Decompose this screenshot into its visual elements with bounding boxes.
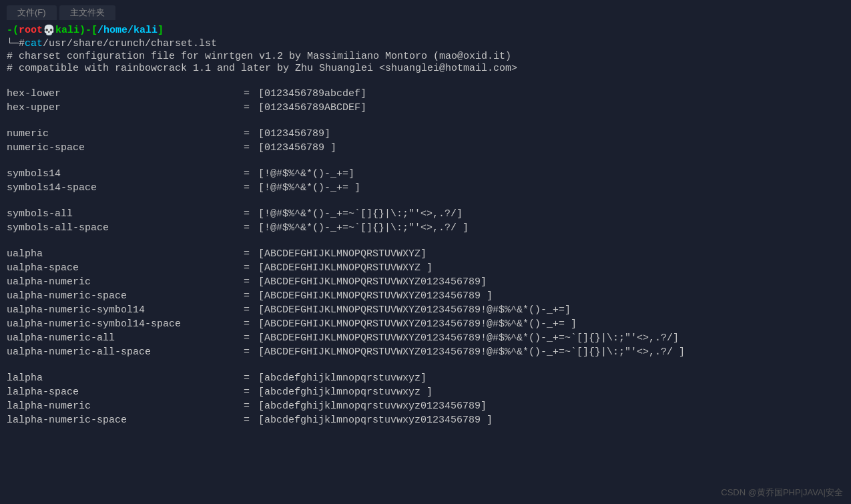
- prompt-line: -(root💀 kali)-[/home/kali]: [7, 24, 844, 37]
- blank-5: [7, 235, 844, 247]
- eq-symbols-all-space: =: [244, 221, 256, 235]
- user-label: root: [19, 25, 43, 36]
- eq-lalpha: =: [244, 371, 256, 385]
- eq-ualpha-numeric-symbol14: =: [244, 303, 256, 317]
- eq-symbols-all: =: [244, 207, 256, 221]
- tab-1[interactable]: 文件(F): [7, 5, 57, 20]
- key-ualpha-numeric-symbol14: ualpha-numeric-symbol14: [7, 303, 244, 317]
- val-symbols-all-space: [!@#$%^&*()-_+=~`[]{}|\:;"'<>,.?/ ]: [258, 221, 469, 235]
- blank-2: [7, 115, 844, 127]
- entry-symbols-all-space: symbols-all-space = [!@#$%^&*()-_+=~`[]{…: [7, 221, 844, 235]
- blank-1: [7, 75, 844, 87]
- key-symbols14: symbols14: [7, 167, 244, 181]
- val-ualpha-numeric-all: [ABCDEFGHIJKLMNOPQRSTUVWXYZ0123456789!@#…: [258, 331, 679, 345]
- key-lalpha-space: lalpha-space: [7, 385, 244, 399]
- terminal: 文件(F) 主文件夹 -(root💀 kali)-[/home/kali] └─…: [0, 0, 851, 504]
- watermark: CSDN @黄乔国PHP|JAVA|安全: [721, 487, 843, 499]
- key-ualpha-numeric-space: ualpha-numeric-space: [7, 289, 244, 303]
- key-ualpha-numeric-symbol14-space: ualpha-numeric-symbol14-space: [7, 317, 244, 331]
- key-symbols-all: symbols-all: [7, 207, 244, 221]
- val-ualpha-space: [ABCDEFGHIJKLMNOPQRSTUVWXYZ ]: [258, 261, 433, 275]
- entry-ualpha-numeric-all: ualpha-numeric-all = [ABCDEFGHIJKLMNOPQR…: [7, 331, 844, 345]
- host-label: kali: [55, 25, 79, 36]
- val-lalpha: [abcdefghijklmnopqrstuvwxyz]: [258, 371, 427, 385]
- entry-ualpha-numeric-symbol14-space: ualpha-numeric-symbol14-space = [ABCDEFG…: [7, 317, 844, 331]
- key-ualpha-numeric-all-space: ualpha-numeric-all-space: [7, 345, 244, 359]
- key-symbols14-space: symbols14-space: [7, 181, 244, 195]
- entry-symbols-all: symbols-all = [!@#$%^&*()-_+=~`[]{}|\:;"…: [7, 207, 844, 221]
- entry-lalpha-space: lalpha-space = [abcdefghijklmnopqrstuvwx…: [7, 385, 844, 399]
- entry-numeric: numeric = [0123456789]: [7, 127, 844, 141]
- val-ualpha-numeric: [ABCDEFGHIJKLMNOPQRSTUVWXYZ0123456789]: [258, 275, 487, 289]
- val-symbols-all: [!@#$%^&*()-_+=~`[]{}|\:;"'<>,.?/]: [258, 207, 463, 221]
- blank-4: [7, 195, 844, 207]
- entry-numeric-space: numeric-space = [0123456789 ]: [7, 141, 844, 155]
- entry-symbols14: symbols14 = [!@#$%^&*()-_+=]: [7, 167, 844, 181]
- val-ualpha: [ABCDEFGHIJKLMNOPQRSTUVWXYZ]: [258, 247, 427, 261]
- blank-3: [7, 155, 844, 167]
- key-lalpha-numeric-space: lalpha-numeric-space: [7, 413, 244, 427]
- skull-icon: 💀: [43, 24, 55, 37]
- tab-2[interactable]: 主文件夹: [59, 5, 115, 20]
- hash-symbol: └─#: [7, 38, 25, 49]
- entry-lalpha-numeric-space: lalpha-numeric-space = [abcdefghijklmnop…: [7, 413, 844, 427]
- val-numeric: [0123456789]: [258, 127, 330, 141]
- entry-symbols14-space: symbols14-space = [!@#$%^&*()-_+= ]: [7, 181, 844, 195]
- entry-lalpha: lalpha = [abcdefghijklmnopqrstuvwxyz]: [7, 371, 844, 385]
- blank-6: [7, 359, 844, 371]
- val-lalpha-numeric: [abcdefghijklmnopqrstuvwxyz0123456789]: [258, 399, 487, 413]
- val-hex-lower: [0123456789abcdef]: [258, 87, 366, 101]
- key-hex-lower: hex-lower: [7, 87, 244, 101]
- key-lalpha-numeric: lalpha-numeric: [7, 399, 244, 413]
- eq-ualpha: =: [244, 247, 256, 261]
- command-line: └─# cat /usr/share/crunch/charset.lst: [7, 38, 844, 49]
- eq-ualpha-numeric-all-space: =: [244, 345, 256, 359]
- eq-symbols14-space: =: [244, 181, 256, 195]
- eq-ualpha-numeric-space: =: [244, 289, 256, 303]
- key-numeric-space: numeric-space: [7, 141, 244, 155]
- tab-bar: 文件(F) 主文件夹: [7, 5, 844, 20]
- eq-hex-upper: =: [244, 101, 256, 115]
- val-lalpha-space: [abcdefghijklmnopqrstuvwxyz ]: [258, 385, 433, 399]
- eq-ualpha-numeric-symbol14-space: =: [244, 317, 256, 331]
- val-numeric-space: [0123456789 ]: [258, 141, 336, 155]
- eq-ualpha-numeric-all: =: [244, 331, 256, 345]
- eq-numeric-space: =: [244, 141, 256, 155]
- val-symbols14-space: [!@#$%^&*()-_+= ]: [258, 181, 360, 195]
- val-hex-upper: [0123456789ABCDEF]: [258, 101, 366, 115]
- val-ualpha-numeric-all-space: [ABCDEFGHIJKLMNOPQRSTUVWXYZ0123456789!@#…: [258, 345, 685, 359]
- key-symbols-all-space: symbols-all-space: [7, 221, 244, 235]
- val-ualpha-numeric-symbol14: [ABCDEFGHIJKLMNOPQRSTUVWXYZ0123456789!@#…: [258, 303, 571, 317]
- path-label: /home/kali: [97, 25, 158, 36]
- eq-lalpha-space: =: [244, 385, 256, 399]
- entry-ualpha-numeric: ualpha-numeric = [ABCDEFGHIJKLMNOPQRSTUV…: [7, 275, 844, 289]
- key-ualpha-numeric: ualpha-numeric: [7, 275, 244, 289]
- eq-hex-lower: =: [244, 87, 256, 101]
- comment-1: # charset configuration file for winrtge…: [7, 51, 844, 62]
- val-symbols14: [!@#$%^&*()-_+=]: [258, 167, 354, 181]
- bracket-right: )-[: [79, 25, 97, 36]
- eq-lalpha-numeric-space: =: [244, 413, 256, 427]
- eq-symbols14: =: [244, 167, 256, 181]
- entry-ualpha-numeric-all-space: ualpha-numeric-all-space = [ABCDEFGHIJKL…: [7, 345, 844, 359]
- val-ualpha-numeric-space: [ABCDEFGHIJKLMNOPQRSTUVWXYZ0123456789 ]: [258, 289, 493, 303]
- eq-ualpha-numeric: =: [244, 275, 256, 289]
- bracket-close: ]: [158, 25, 164, 36]
- eq-ualpha-space: =: [244, 261, 256, 275]
- comment-2: # compatible with rainbowcrack 1.1 and l…: [7, 63, 844, 74]
- eq-lalpha-numeric: =: [244, 399, 256, 413]
- key-numeric: numeric: [7, 127, 244, 141]
- key-ualpha-space: ualpha-space: [7, 261, 244, 275]
- command-cat: cat: [25, 38, 43, 49]
- key-lalpha: lalpha: [7, 371, 244, 385]
- command-path: /usr/share/crunch/charset.lst: [43, 38, 217, 49]
- entry-ualpha: ualpha = [ABCDEFGHIJKLMNOPQRSTUVWXYZ]: [7, 247, 844, 261]
- entry-ualpha-numeric-space: ualpha-numeric-space = [ABCDEFGHIJKLMNOP…: [7, 289, 844, 303]
- key-ualpha: ualpha: [7, 247, 244, 261]
- entry-ualpha-numeric-symbol14: ualpha-numeric-symbol14 = [ABCDEFGHIJKLM…: [7, 303, 844, 317]
- entry-ualpha-space: ualpha-space = [ABCDEFGHIJKLMNOPQRSTUVWX…: [7, 261, 844, 275]
- val-ualpha-numeric-symbol14-space: [ABCDEFGHIJKLMNOPQRSTUVWXYZ0123456789!@#…: [258, 317, 577, 331]
- key-ualpha-numeric-all: ualpha-numeric-all: [7, 331, 244, 345]
- bracket-left: -(: [7, 25, 19, 36]
- entry-lalpha-numeric: lalpha-numeric = [abcdefghijklmnopqrstuv…: [7, 399, 844, 413]
